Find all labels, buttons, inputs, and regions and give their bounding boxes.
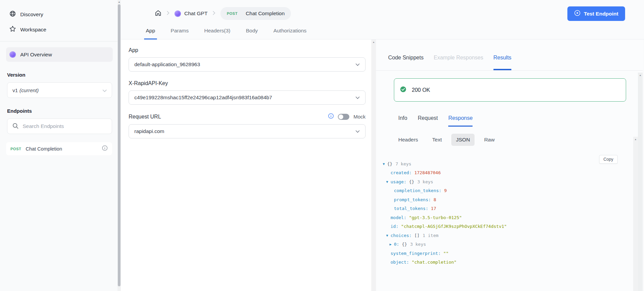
info-icon[interactable] xyxy=(102,145,108,152)
tab-example-responses[interactable]: Example Responses xyxy=(434,55,483,70)
json-row-choices: ▼choices[]1 item xyxy=(376,231,643,240)
content-row: App default-application_9628963 X-RapidA… xyxy=(121,39,644,291)
rapidapi-key-select[interactable]: c49e199228mshac15ff2e24296cap12adf4jsn98… xyxy=(129,90,366,105)
toggle-knob xyxy=(339,114,343,119)
sidebar-item-discovery[interactable]: Discovery xyxy=(0,7,117,22)
json-row-id: id"chatcmpl-AGSjGfJK9szpPhOvpXCkEf74dstv… xyxy=(376,222,643,231)
collapse-arrow-icon[interactable]: ▶ xyxy=(390,242,394,246)
tab-app[interactable]: App xyxy=(144,28,157,39)
tab-authorizations[interactable]: Authorizations xyxy=(272,28,308,39)
form-panel-scrollbar[interactable]: ▲ xyxy=(371,39,376,291)
sidebar-item-api-overview[interactable]: API Overview xyxy=(6,47,113,62)
request-form-panel: App default-application_9628963 X-RapidA… xyxy=(121,39,371,291)
json-row-total-tokens: total_tokens17 xyxy=(376,204,643,213)
json-row-completion-tokens: completion_tokens9 xyxy=(376,186,643,195)
mock-label: Mock xyxy=(353,114,366,120)
expand-arrow-icon[interactable]: ▼ xyxy=(386,180,391,184)
top-header: Chat GPT POST Chat Completion Test xyxy=(121,0,644,39)
sidebar-item-label: Workspace xyxy=(20,27,46,33)
tab-body[interactable]: Body xyxy=(244,28,260,39)
app-root: Discovery Workspace API Overview Version… xyxy=(0,0,644,291)
scroll-up-icon[interactable]: ▲ xyxy=(633,138,638,140)
tab-response[interactable]: Response xyxy=(448,115,473,127)
chevron-down-icon xyxy=(355,128,360,134)
response-sub-tabs: Info Request Response xyxy=(398,115,643,127)
json-row-system-fingerprint: system_fingerprint"" xyxy=(376,249,643,258)
test-endpoint-button[interactable]: Test Endpoint xyxy=(567,6,625,21)
sidebar-divider xyxy=(0,41,117,42)
search-placeholder: Search Endpoints xyxy=(23,123,64,129)
breadcrumb-api[interactable]: Chat GPT xyxy=(175,10,208,17)
app-select-value: default-application_9628963 xyxy=(134,61,200,68)
app-field-label: App xyxy=(129,47,138,53)
view-json-button[interactable]: JSON xyxy=(451,134,475,146)
expand-arrow-icon[interactable]: ▼ xyxy=(383,162,387,166)
api-logo-icon xyxy=(175,10,181,17)
sidebar-endpoint-chat-completion[interactable]: POST Chat Completion xyxy=(6,142,112,155)
breadcrumb-api-name: Chat GPT xyxy=(184,10,208,17)
results-panel: Code Snippets Example Responses Results … xyxy=(376,39,643,291)
scroll-up-icon[interactable]: ▲ xyxy=(371,41,376,43)
chevron-down-icon xyxy=(355,61,360,68)
api-overview-label: API Overview xyxy=(20,52,52,58)
chevron-down-icon xyxy=(103,87,107,93)
endpoints-section-label: Endpoints xyxy=(7,108,111,114)
version-value: v1 xyxy=(12,87,18,93)
tab-results[interactable]: Results xyxy=(493,55,511,70)
tab-info[interactable]: Info xyxy=(398,115,407,127)
sidebar-item-label: Discovery xyxy=(20,11,43,18)
version-select[interactable]: v1 (current) xyxy=(7,82,112,98)
results-scrollbar-outer[interactable]: ▲ xyxy=(638,73,643,291)
mock-toggle-area: Mock xyxy=(328,113,366,120)
copy-button[interactable]: Copy xyxy=(599,155,618,164)
expand-arrow-icon[interactable]: ▼ xyxy=(386,234,391,237)
endpoint-tabs: App Params Headers(3) Body Authorization… xyxy=(144,28,308,39)
mock-toggle[interactable] xyxy=(338,114,349,120)
sidebar-item-workspace[interactable]: Workspace xyxy=(0,22,117,37)
rapidapi-key-value: c49e199228mshac15ff2e24296cap12adf4jsn98… xyxy=(134,95,272,101)
method-badge: POST xyxy=(227,11,238,16)
breadcrumb: Chat GPT POST Chat Completion xyxy=(155,7,291,20)
test-endpoint-label: Test Endpoint xyxy=(584,11,618,17)
tabs-divider xyxy=(376,70,643,71)
view-raw-button[interactable]: Raw xyxy=(479,134,499,146)
json-row-created: created1728487046 xyxy=(376,168,643,178)
rapidapi-key-field-label: X-RapidAPI-Key xyxy=(129,80,168,86)
json-row-model: model"gpt-3.5-turbo-0125" xyxy=(376,213,643,222)
response-status-banner: 200 OK xyxy=(394,78,626,102)
globe-icon xyxy=(9,10,16,18)
main-area: Chat GPT POST Chat Completion Test xyxy=(121,0,644,291)
chevron-right-icon xyxy=(213,10,215,17)
search-icon xyxy=(12,123,19,130)
view-text-button[interactable]: Text xyxy=(428,134,447,146)
request-url-field-label: Request URL xyxy=(129,114,161,120)
tab-headers[interactable]: Headers(3) xyxy=(203,28,232,39)
api-logo-icon xyxy=(9,51,16,58)
request-url-select[interactable]: rapidapi.com xyxy=(129,124,366,138)
tab-code-snippets[interactable]: Code Snippets xyxy=(388,55,424,70)
scroll-up-icon[interactable]: ▲ xyxy=(117,0,121,4)
json-row-choice-0: ▶0{}3 keys xyxy=(376,240,643,249)
results-scrollbar-inner[interactable]: ▲ xyxy=(633,137,638,291)
json-row-prompt-tokens: prompt_tokens8 xyxy=(376,195,643,204)
info-icon[interactable] xyxy=(328,113,334,120)
tab-request[interactable]: Request xyxy=(418,115,438,127)
search-endpoints-input[interactable]: Search Endpoints xyxy=(7,118,112,134)
tab-params[interactable]: Params xyxy=(169,28,190,39)
sidebar-scrollbar[interactable]: ▲ xyxy=(117,0,121,291)
view-headers-button[interactable]: Headers xyxy=(394,134,423,146)
app-select[interactable]: default-application_9628963 xyxy=(129,57,366,72)
scrollbar-thumb[interactable] xyxy=(118,4,120,286)
json-row-usage: ▼usage{}3 keys xyxy=(376,177,643,186)
home-icon[interactable] xyxy=(155,9,162,18)
play-icon xyxy=(574,10,581,18)
breadcrumb-endpoint-pill[interactable]: POST Chat Completion xyxy=(220,7,291,20)
response-view-buttons: Headers Text JSON Raw xyxy=(394,134,643,146)
sidebar: Discovery Workspace API Overview Version… xyxy=(0,0,117,291)
scroll-up-icon[interactable]: ▲ xyxy=(638,74,643,76)
star-icon xyxy=(9,26,16,33)
request-url-value: rapidapi.com xyxy=(134,128,164,134)
endpoint-name: Chat Completion xyxy=(26,146,102,152)
chevron-right-icon xyxy=(167,10,169,17)
version-note: (current) xyxy=(20,87,39,93)
